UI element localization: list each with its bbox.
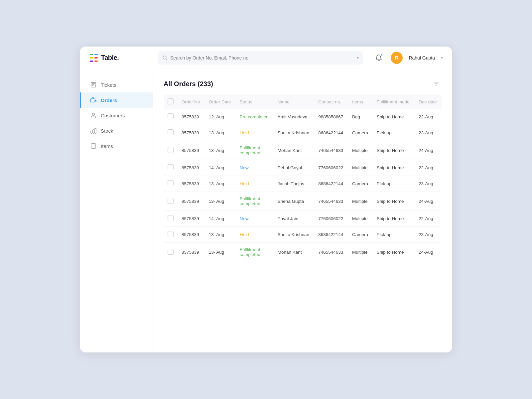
row-order-no: 8575839 [178, 243, 205, 262]
row-checkbox-cell [164, 211, 178, 227]
row-due-date: 22-Aug [415, 109, 442, 125]
user-chevron-icon[interactable]: ▾ [441, 56, 443, 60]
row-checkbox-7[interactable] [168, 231, 174, 237]
row-checkbox-2[interactable] [168, 147, 174, 153]
col-order-date: Order Date [205, 95, 236, 109]
row-checkbox-3[interactable] [168, 164, 174, 170]
main-content: All Orders (233) Order No Order Date Sta… [153, 69, 452, 352]
sidebar-item-stock[interactable]: Stock [80, 123, 153, 138]
search-input[interactable] [170, 55, 354, 61]
row-checkbox-cell [164, 176, 178, 192]
sidebar: Tickets Orders Customers Stock [80, 69, 153, 352]
row-order-no: 8575839 [178, 141, 205, 160]
row-order-date: 12- Aug [205, 109, 236, 125]
row-contact: 8686422144 [314, 125, 348, 141]
row-checkbox-6[interactable] [168, 215, 174, 221]
logo-area: Table. [89, 53, 152, 63]
col-name: Name [274, 95, 314, 109]
row-items: Multiple [348, 141, 373, 160]
sidebar-item-tickets[interactable]: Tickets [80, 77, 153, 92]
row-fulfillment: Pick-up [373, 176, 415, 192]
filter-button[interactable] [431, 78, 442, 89]
row-order-date: 14- Aug [205, 211, 236, 227]
sidebar-item-items[interactable]: Items [80, 138, 153, 154]
row-order-date: 13- Aug [205, 243, 236, 262]
col-checkbox [164, 95, 178, 109]
svg-rect-15 [93, 130, 94, 133]
header-right: R Rahul Gupta ▾ [373, 52, 443, 64]
row-fulfillment: Ship to Home [373, 109, 415, 125]
svg-rect-3 [94, 57, 98, 59]
row-items: Camera [348, 125, 373, 141]
row-checkbox-cell [164, 125, 178, 141]
row-status: Fullfilmentcompleted [236, 243, 274, 262]
row-order-no: 8575839 [178, 176, 205, 192]
header: Table. ▾ R Rahul Gupta ▾ [80, 47, 452, 69]
row-due-date: 22-Aug [415, 211, 442, 227]
sidebar-item-customers[interactable]: Customers [80, 108, 153, 123]
row-checkbox-4[interactable] [168, 180, 174, 186]
row-order-date: 14- Aug [205, 160, 236, 176]
table-row: 8575839 13- Aug Held Sunita Krishnan 868… [164, 125, 442, 141]
user-name: Rahul Gupta [409, 55, 435, 61]
tickets-icon [90, 81, 97, 88]
row-checkbox-0[interactable] [168, 113, 174, 119]
row-order-no: 8575839 [178, 211, 205, 227]
row-checkbox-cell [164, 160, 178, 176]
row-contact: 8686422144 [314, 227, 348, 243]
svg-point-13 [92, 113, 95, 116]
row-checkbox-cell [164, 192, 178, 211]
col-items: Items [348, 95, 373, 109]
row-order-date: 13- Aug [205, 125, 236, 141]
row-checkbox-8[interactable] [168, 249, 174, 255]
table-row: 8575839 14- Aug New Pehal Goyal 77606060… [164, 160, 442, 176]
orders-table: Order No Order Date Status Name Contact … [164, 95, 442, 261]
row-due-date: 24-Aug [415, 141, 442, 160]
sidebar-item-orders[interactable]: Orders [80, 92, 153, 108]
app-container: Table. ▾ R Rahul Gupta ▾ [80, 47, 452, 352]
row-name: Jacob Thejus [274, 176, 314, 192]
row-due-date: 24-Aug [415, 243, 442, 262]
row-items: Multiple [348, 211, 373, 227]
row-status: Held [236, 125, 274, 141]
notification-dot [380, 54, 383, 56]
col-fulfillment: Fulfillment mode [373, 95, 415, 109]
table-row: 8575839 13- Aug Held Jacob Thejus 868642… [164, 176, 442, 192]
sidebar-label-customers: Customers [101, 113, 125, 118]
table-header-row: Order No Order Date Status Name Contact … [164, 95, 442, 109]
row-name: Amit Vasudeva [274, 109, 314, 125]
table-row: 8575839 13- Aug Fullfilmentcompleted Moh… [164, 141, 442, 160]
svg-rect-10 [92, 85, 93, 86]
select-all-checkbox[interactable] [168, 98, 174, 104]
sidebar-label-tickets: Tickets [101, 82, 116, 88]
row-checkbox-cell [164, 243, 178, 262]
table-row: 8575839 14- Aug New Payal Jain 776060602… [164, 211, 442, 227]
sidebar-label-stock: Stock [101, 128, 113, 134]
row-checkbox-5[interactable] [168, 198, 174, 204]
row-contact: 9885858667 [314, 109, 348, 125]
row-status: New [236, 160, 274, 176]
row-name: Sneha Gupta [274, 192, 314, 211]
main-layout: Tickets Orders Customers Stock [80, 69, 452, 352]
search-bar[interactable]: ▾ [158, 51, 363, 65]
svg-rect-9 [92, 84, 94, 85]
svg-rect-11 [90, 99, 95, 102]
notification-button[interactable] [373, 52, 385, 64]
row-name: Payal Jain [274, 211, 314, 227]
svg-rect-8 [92, 83, 95, 84]
row-contact: 7465544633 [314, 243, 348, 262]
search-icon [162, 55, 168, 61]
search-chevron-icon: ▾ [357, 56, 359, 60]
svg-rect-4 [90, 61, 93, 62]
row-fulfillment: Pick-up [373, 125, 415, 141]
orders-icon [90, 97, 97, 103]
row-checkbox-1[interactable] [168, 129, 174, 135]
row-name: Mohan Kant [274, 243, 314, 262]
row-order-date: 13- Aug [205, 141, 236, 160]
row-items: Camera [348, 227, 373, 243]
row-items: Bag [348, 109, 373, 125]
svg-rect-0 [90, 54, 93, 55]
row-order-no: 8575839 [178, 227, 205, 243]
svg-rect-2 [90, 57, 93, 59]
row-due-date: 23-Aug [415, 176, 442, 192]
